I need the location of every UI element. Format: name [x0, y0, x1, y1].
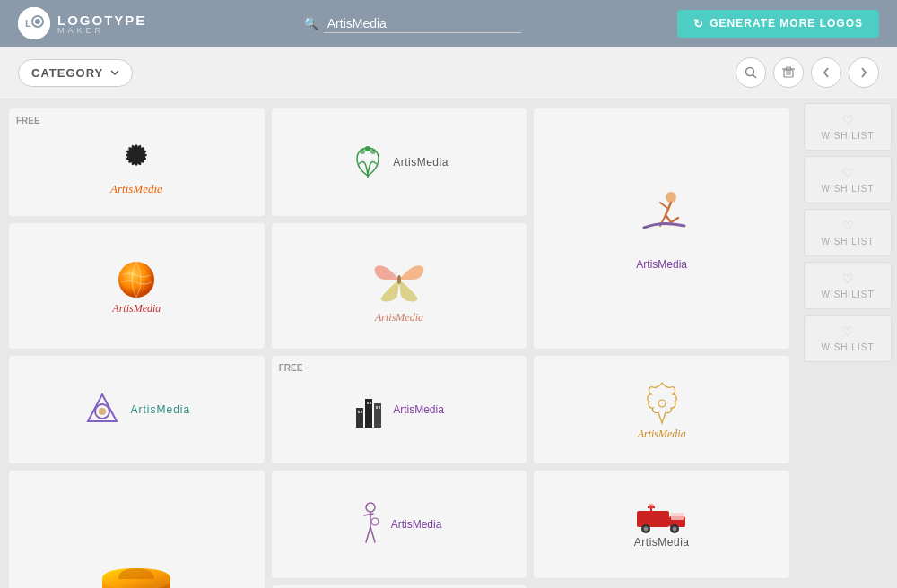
- logo-card-1[interactable]: ArtisMedia: [9, 108, 265, 216]
- svg-point-19: [129, 148, 144, 162]
- svg-rect-36: [376, 406, 378, 409]
- logo-name-2: ArtisMedia: [393, 156, 448, 169]
- generate-btn-label: GENERATE MORE LOGOS: [710, 17, 863, 30]
- wishlist-item-2[interactable]: ♡ WISH LIST: [804, 156, 892, 203]
- svg-rect-33: [361, 411, 362, 413]
- logo-image-9: [91, 534, 181, 588]
- logo-name-6: ArtisMedia: [130, 403, 190, 416]
- wishlist-label-3: WISH LIST: [821, 237, 874, 246]
- svg-point-44: [371, 518, 379, 525]
- category-dropdown[interactable]: CATEGORY: [18, 59, 133, 87]
- svg-rect-47: [671, 513, 684, 520]
- category-label: CATEGORY: [31, 66, 103, 80]
- search-icon: [745, 66, 757, 79]
- svg-point-43: [366, 503, 375, 512]
- logo-image-7: ArtisMedia: [354, 390, 444, 430]
- search-button[interactable]: [736, 57, 766, 88]
- wishlist-label-5: WISH LIST: [821, 342, 874, 352]
- logo-card-2[interactable]: ArtisMedia: [272, 108, 527, 216]
- logo-card-6[interactable]: ArtisMedia: [9, 356, 265, 463]
- logo-card-4[interactable]: ArtisMedia: [9, 223, 265, 349]
- refresh-icon: ↻: [693, 17, 704, 30]
- svg-rect-45: [637, 511, 669, 527]
- logo-image-3: [626, 186, 698, 258]
- svg-rect-32: [358, 411, 360, 413]
- wishlist-label-4: WISH LIST: [821, 290, 874, 299]
- logo-image-8: [635, 378, 689, 428]
- delete-button[interactable]: [773, 57, 804, 88]
- wishlist-label-1: WISH LIST: [821, 131, 874, 141]
- logo-image-10: ArtisMedia: [357, 502, 442, 547]
- svg-point-49: [643, 527, 648, 532]
- logo-area: L LOGOTYPE MAKER: [18, 7, 146, 39]
- chevron-right-icon: [859, 66, 868, 79]
- logo-name-3: ArtisMedia: [636, 258, 687, 271]
- trash-icon: [782, 66, 795, 79]
- logo-card-8[interactable]: ArtisMedia: [534, 356, 789, 463]
- logo-card-5[interactable]: ArtisMedia: [272, 223, 527, 349]
- svg-rect-37: [379, 406, 380, 409]
- svg-point-54: [649, 504, 654, 509]
- next-button[interactable]: [849, 57, 879, 88]
- main-content: ArtisMedia ArtisMedia: [0, 99, 897, 588]
- chevron-down-icon: [110, 68, 119, 77]
- svg-point-25: [118, 262, 154, 298]
- logo-name-7: ArtisMedia: [393, 403, 444, 416]
- logo-image-5: [368, 248, 431, 311]
- svg-rect-34: [367, 402, 369, 404]
- logo-card-11[interactable]: ArtisMedia: [534, 471, 789, 578]
- generate-more-button[interactable]: ↻ GENERATE MORE LOGOS: [677, 10, 879, 38]
- logo-card-10[interactable]: ArtisMedia: [272, 471, 527, 578]
- heart-icon-2: ♡: [842, 166, 854, 180]
- heart-icon-3: ♡: [842, 219, 854, 233]
- svg-point-22: [365, 146, 370, 151]
- logo-name-11: ArtisMedia: [634, 536, 690, 549]
- logo-text-block: LOGOTYPE MAKER: [57, 13, 146, 35]
- svg-point-24: [666, 192, 676, 203]
- svg-point-21: [360, 149, 365, 154]
- heart-icon-5: ♡: [842, 324, 854, 339]
- logo-card-3[interactable]: ArtisMedia: [534, 108, 789, 349]
- logo-name-5: ArtisMedia: [375, 311, 423, 324]
- wishlist-label-2: WISH LIST: [821, 184, 874, 194]
- toolbar-right: [736, 57, 879, 88]
- logo-image-4: [114, 257, 159, 302]
- svg-point-28: [99, 408, 106, 415]
- svg-point-23: [370, 149, 376, 154]
- prev-button[interactable]: [811, 57, 841, 88]
- logo-icon: L: [18, 7, 50, 39]
- wishlist-sidebar: ♡ WISH LIST ♡ WISH LIST ♡ WISH LIST ♡ WI…: [798, 99, 897, 588]
- chevron-left-icon: [822, 66, 831, 79]
- logo-card-9[interactable]: ArtisMedia: [9, 471, 265, 588]
- logo-name-8: ArtisMedia: [638, 428, 686, 441]
- search-area: 🔍: [146, 14, 677, 33]
- logo-card-7[interactable]: ArtisMedia: [272, 356, 527, 463]
- svg-point-3: [35, 19, 40, 24]
- wishlist-item-4[interactable]: ♡ WISH LIST: [804, 262, 892, 309]
- heart-icon-4: ♡: [842, 272, 854, 286]
- svg-point-51: [672, 527, 676, 532]
- wishlist-item-1[interactable]: ♡ WISH LIST: [804, 103, 892, 151]
- search-input[interactable]: [324, 14, 521, 33]
- search-icon-header: 🔍: [303, 16, 318, 30]
- logo-image-6: ArtisMedia: [83, 390, 190, 430]
- svg-text:L: L: [25, 18, 31, 29]
- logo-name-1: ArtisMedia: [110, 182, 163, 196]
- header: L LOGOTYPE MAKER 🔍 ↻ GENERATE MORE LOGOS: [0, 0, 897, 47]
- logo-image-2: ArtisMedia: [350, 144, 448, 180]
- logo-grid: ArtisMedia ArtisMedia: [0, 99, 798, 588]
- logo-name-10: ArtisMedia: [391, 518, 442, 531]
- svg-point-4: [746, 68, 754, 76]
- logo-image-11: [635, 500, 689, 536]
- toolbar: CATEGORY: [0, 47, 897, 99]
- wishlist-item-3[interactable]: ♡ WISH LIST: [804, 209, 892, 256]
- svg-point-26: [397, 275, 401, 284]
- heart-icon-1: ♡: [842, 113, 854, 127]
- svg-line-5: [753, 75, 757, 79]
- logo-name-4: ArtisMedia: [112, 302, 161, 316]
- logo-image-1: [109, 128, 163, 182]
- svg-rect-35: [370, 402, 371, 404]
- svg-point-38: [658, 400, 666, 407]
- logo-name: LOGOTYPE: [57, 13, 146, 28]
- wishlist-item-5[interactable]: ♡ WISH LIST: [804, 315, 892, 362]
